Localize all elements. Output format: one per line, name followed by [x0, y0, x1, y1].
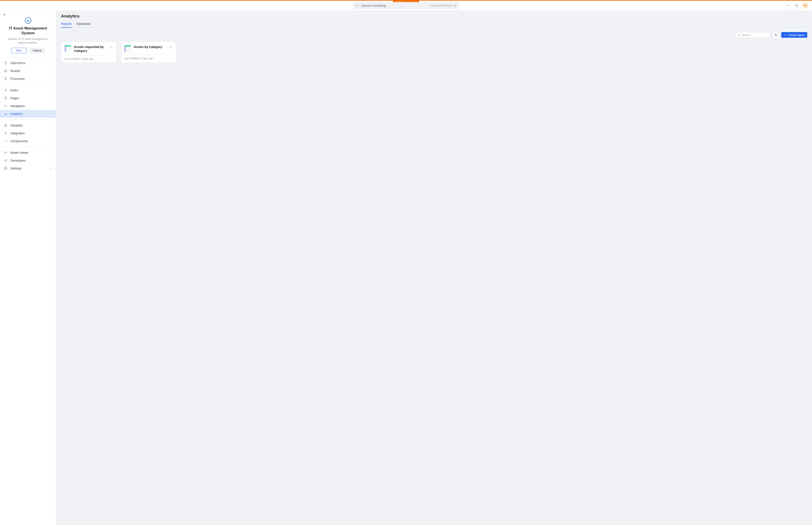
sidebar-item-label: Pages	[11, 96, 19, 100]
svg-point-35	[738, 34, 740, 36]
tabs: Reports Dataviews	[61, 20, 807, 28]
avatar[interactable]: S	[802, 2, 809, 9]
report-card-modified: Last modified 2 days ago	[61, 55, 116, 63]
sidebar-item-label: Components	[11, 139, 28, 143]
search-icon	[737, 34, 740, 36]
sidebar-item-navigation[interactable]: Navigation	[0, 102, 56, 110]
sidebar-item-label: Data forms	[11, 61, 25, 65]
svg-point-34	[5, 168, 6, 169]
tab-dataviews[interactable]: Dataviews	[77, 20, 91, 28]
sidebar-item-components[interactable]: Components	[0, 137, 56, 145]
sidebar-item-label: Processes	[11, 77, 25, 80]
clipboard-icon	[4, 61, 7, 65]
svg-rect-3	[27, 20, 28, 21]
svg-rect-11	[6, 71, 7, 72]
sidebar-item-label: Developers	[11, 159, 26, 162]
app-icon	[25, 17, 31, 24]
svg-point-29	[4, 160, 5, 161]
sidebar-item-label: Navigation	[11, 104, 25, 108]
svg-point-26	[4, 151, 5, 152]
svg-point-57	[170, 47, 171, 47]
svg-rect-41	[64, 47, 66, 52]
toolbar: Create report	[61, 32, 807, 38]
page-icon	[4, 96, 7, 100]
back-button[interactable]	[3, 13, 53, 16]
report-card-menu[interactable]	[109, 45, 113, 49]
sort-button[interactable]	[773, 32, 779, 38]
search-shortcut-hint: Command/Ctrl key + E	[430, 4, 456, 7]
report-card[interactable]: Assets by Category Last modified 2 days …	[121, 42, 176, 63]
user-icon	[4, 89, 7, 92]
svg-point-15	[5, 89, 6, 90]
sidebar-item-label: Integration	[11, 132, 25, 135]
svg-point-31	[6, 161, 7, 162]
app-header: IT Asset Management System Solution for …	[0, 16, 56, 57]
sidebar: IT Asset Management System Solution for …	[0, 11, 56, 525]
code-icon	[4, 139, 7, 143]
svg-line-33	[5, 161, 6, 161]
svg-point-0	[356, 4, 358, 6]
sidebar-item-label: Boards	[11, 69, 20, 73]
report-card-menu[interactable]	[169, 45, 173, 49]
svg-point-27	[4, 153, 5, 154]
sidebar-item-data-forms[interactable]: Data forms	[0, 59, 56, 67]
svg-line-1	[358, 6, 359, 7]
chart-icon	[4, 112, 7, 116]
sidebar-item-pages[interactable]: Pages	[0, 94, 56, 102]
svg-point-47	[111, 47, 111, 47]
svg-point-25	[4, 124, 6, 125]
create-report-button[interactable]: Create report	[781, 32, 807, 38]
more-icon	[109, 45, 113, 49]
database-icon	[4, 124, 7, 127]
chevron-down-icon	[49, 167, 52, 170]
sidebar-item-label: Settings	[11, 167, 21, 170]
sidebar-item-developers[interactable]: Developers	[0, 156, 56, 164]
more-icon	[169, 45, 172, 49]
plug-icon	[4, 132, 7, 135]
header: Search everything Command/Ctrl key + E S	[0, 1, 812, 11]
run-button[interactable]: Run	[11, 48, 27, 53]
report-card-modified: Last modified 2 days ago	[121, 55, 176, 62]
sidebar-item-analytics[interactable]: Analytics	[0, 110, 56, 118]
global-search[interactable]: Search everything Command/Ctrl key + E	[353, 2, 459, 9]
sidebar-item-model-viewer[interactable]: Model viewer	[0, 149, 56, 156]
tab-reports[interactable]: Reports	[61, 20, 72, 28]
report-card[interactable]: Assets requested by Category Last modifi…	[61, 42, 117, 63]
table-icon	[124, 45, 131, 52]
sidebar-item-variables[interactable]: Variables	[0, 121, 56, 129]
deploy-button[interactable]: Deploy	[30, 48, 45, 53]
svg-line-32	[5, 160, 6, 160]
create-report-label: Create report	[788, 33, 805, 36]
sort-icon	[774, 33, 777, 36]
sidebar-item-processes[interactable]: Processes	[0, 75, 56, 82]
bell-icon	[795, 4, 798, 7]
global-search-placeholder: Search everything	[361, 4, 428, 7]
sidebar-item-settings[interactable]: Settings	[0, 164, 56, 172]
svg-line-36	[739, 35, 740, 36]
svg-rect-50	[124, 45, 131, 47]
report-card-title: Assets requested by Category	[74, 45, 106, 53]
svg-rect-10	[4, 71, 5, 72]
svg-rect-16	[4, 97, 6, 99]
reports-search[interactable]	[735, 32, 770, 38]
report-cards: Assets requested by Category Last modifi…	[61, 42, 807, 63]
sidebar-item-label: Model viewer	[11, 151, 28, 154]
reports-search-input[interactable]	[741, 33, 778, 36]
help-button[interactable]	[784, 2, 791, 9]
navigation-icon	[4, 104, 7, 108]
sidebar-item-label: Analytics	[11, 112, 23, 116]
notifications-button[interactable]	[793, 2, 800, 9]
svg-point-46	[110, 47, 110, 47]
branch-icon	[4, 151, 7, 154]
grid-icon	[4, 69, 7, 73]
sidebar-item-boards[interactable]: Boards	[0, 67, 56, 75]
gear-icon	[4, 167, 7, 170]
app-title: IT Asset Management System	[5, 26, 51, 35]
page-title: Analytics	[61, 14, 807, 18]
sidebar-item-roles[interactable]: Roles	[0, 86, 56, 94]
sidebar-item-integration[interactable]: Integration	[0, 129, 56, 137]
svg-rect-9	[6, 70, 7, 71]
share-icon	[4, 159, 7, 162]
svg-point-30	[6, 159, 7, 160]
app-subtitle: Solution for IT asset management-related…	[5, 37, 51, 45]
